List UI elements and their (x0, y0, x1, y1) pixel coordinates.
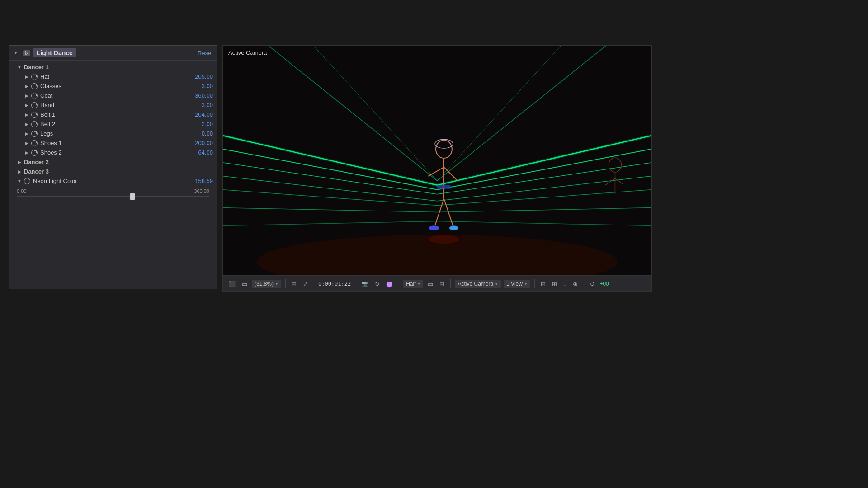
snap-icon[interactable]: ⤢ (301, 280, 310, 288)
zoom-value: (31.8%) (255, 281, 274, 287)
layout2-icon[interactable]: ⊞ (550, 280, 559, 288)
belt2-label: Belt 2 (40, 121, 186, 127)
hand-arrow[interactable] (24, 103, 29, 108)
sync-icon[interactable]: ↺ (588, 280, 597, 288)
dancer2-arrow[interactable] (17, 160, 22, 165)
belt1-arrow[interactable] (24, 112, 29, 117)
belt2-cycle-icon[interactable] (31, 121, 38, 127)
coat-arrow[interactable] (24, 93, 29, 99)
effect-panel: fx Light Dance Reset Dancer 1 Hat 205.00… (9, 45, 217, 289)
shoes1-label: Shoes 1 (40, 140, 186, 146)
view-grid-icon[interactable]: ⊞ (438, 280, 446, 288)
views-value: 1 View (506, 281, 523, 287)
slider-labels: 0.00 360.00 (17, 188, 209, 194)
hand-cycle-icon[interactable] (31, 102, 38, 108)
scene-svg (223, 46, 651, 275)
belt1-value[interactable]: 204.00 (186, 111, 213, 118)
belt2-arrow[interactable] (24, 122, 29, 127)
layout3-icon[interactable]: ≡ (561, 280, 569, 288)
hat-item[interactable]: Hat 205.00 (9, 72, 217, 81)
hat-arrow[interactable] (24, 74, 29, 80)
color-wheel-icon[interactable]: ⬤ (384, 280, 395, 288)
dancer3-arrow[interactable] (17, 169, 22, 174)
hat-value[interactable]: 205.00 (186, 73, 213, 80)
svg-point-33 (428, 235, 460, 244)
glasses-item[interactable]: Glasses 3.00 (9, 81, 217, 91)
panel-body: Dancer 1 Hat 205.00 Glasses 3.00 Coat 36… (9, 61, 217, 287)
plus-value: +00 (599, 281, 609, 287)
coat-cycle-icon[interactable] (31, 93, 38, 99)
belt1-cycle-icon[interactable] (31, 112, 38, 118)
screen-icon[interactable]: ▭ (240, 280, 249, 288)
belt2-item[interactable]: Belt 2 2.00 (9, 119, 217, 129)
reset-button[interactable]: Reset (198, 50, 213, 56)
neon-light-cycle-icon[interactable] (24, 178, 30, 184)
belt2-value[interactable]: 2.00 (186, 121, 213, 127)
dancer3-item[interactable]: Dancer 3 (9, 167, 217, 176)
zoom-arrow-icon: ▼ (275, 282, 278, 286)
dancer2-item[interactable]: Dancer 2 (9, 157, 217, 167)
neon-light-item[interactable]: Neon Light Color 158.59 (9, 176, 217, 186)
legs-arrow[interactable] (24, 131, 29, 136)
quality-dropdown[interactable]: Half ▼ (403, 280, 423, 288)
refresh-icon[interactable]: ↻ (373, 280, 382, 288)
toolbar: ⬛ ▭ (31.8%) ▼ ⊞ ⤢ 0;00;01;22 📷 ↻ ⬤ Half … (222, 276, 652, 292)
hand-value[interactable]: 3.00 (186, 102, 213, 108)
layout1-icon[interactable]: ⊟ (539, 280, 547, 288)
dancer3-label: Dancer 3 (24, 168, 213, 175)
glasses-arrow[interactable] (24, 84, 29, 89)
glasses-value[interactable]: 3.00 (186, 83, 213, 89)
camera-icon[interactable]: 📷 (359, 280, 370, 288)
neon-slider-track[interactable] (17, 196, 209, 197)
shoes2-item[interactable]: Shoes 2 64.00 (9, 148, 217, 157)
belt1-item[interactable]: Belt 1 204.00 (9, 110, 217, 119)
neon-slider-thumb[interactable] (130, 193, 135, 200)
views-dropdown[interactable]: 1 View ▼ (504, 280, 530, 288)
hand-label: Hand (40, 102, 186, 108)
shoes2-value[interactable]: 64.00 (186, 149, 213, 156)
svg-point-30 (449, 225, 458, 230)
coat-label: Coat (40, 92, 186, 99)
quality-value: Half (406, 281, 415, 287)
neon-slider-row: 0.00 360.00 (9, 186, 217, 200)
view-rect-icon[interactable]: ▭ (426, 280, 435, 288)
svg-point-29 (429, 225, 439, 230)
shoes1-item[interactable]: Shoes 1 200.00 (9, 138, 217, 148)
views-arrow-icon: ▼ (524, 282, 528, 286)
neon-light-arrow[interactable] (17, 178, 22, 184)
grid-icon[interactable]: ⊞ (290, 280, 298, 288)
dancer1-arrow[interactable] (17, 65, 22, 70)
camera-dropdown[interactable]: Active Camera ▼ (455, 280, 501, 288)
hat-label: Hat (40, 73, 186, 80)
divider-3 (355, 279, 355, 288)
legs-value[interactable]: 0.00 (186, 130, 213, 137)
coat-value[interactable]: 360.00 (186, 92, 213, 99)
hat-cycle-icon[interactable] (31, 74, 38, 80)
divider-5 (450, 279, 451, 288)
neon-light-label: Neon Light Color (33, 178, 186, 184)
fx-badge: fx (23, 50, 30, 56)
dancer1-label: Dancer 1 (24, 64, 213, 70)
divider-6 (534, 279, 535, 288)
panel-collapse-arrow[interactable] (13, 50, 19, 56)
slider-max: 360.00 (194, 188, 209, 194)
shoes1-cycle-icon[interactable] (31, 140, 38, 146)
legs-item[interactable]: Legs 0.00 (9, 129, 217, 138)
zoom-dropdown[interactable]: (31.8%) ▼ (252, 280, 281, 288)
neon-light-value[interactable]: 158.59 (186, 178, 213, 184)
legs-cycle-icon[interactable] (31, 131, 38, 137)
dancer2-label: Dancer 2 (24, 159, 213, 165)
shoes1-value[interactable]: 200.00 (186, 140, 213, 146)
layout4-icon[interactable]: ⊕ (571, 280, 580, 288)
glasses-cycle-icon[interactable] (31, 83, 38, 89)
scene-background (223, 46, 651, 275)
viewport-panel: Active Camera (222, 45, 652, 276)
dancer1-item[interactable]: Dancer 1 (9, 62, 217, 72)
shoes1-arrow[interactable] (24, 141, 29, 146)
hand-item[interactable]: Hand 3.00 (9, 100, 217, 110)
coat-item[interactable]: Coat 360.00 (9, 91, 217, 100)
monitor-icon[interactable]: ⬛ (226, 280, 237, 288)
shoes2-arrow[interactable] (24, 150, 29, 155)
shoes2-cycle-icon[interactable] (31, 150, 38, 156)
divider-1 (285, 279, 286, 288)
